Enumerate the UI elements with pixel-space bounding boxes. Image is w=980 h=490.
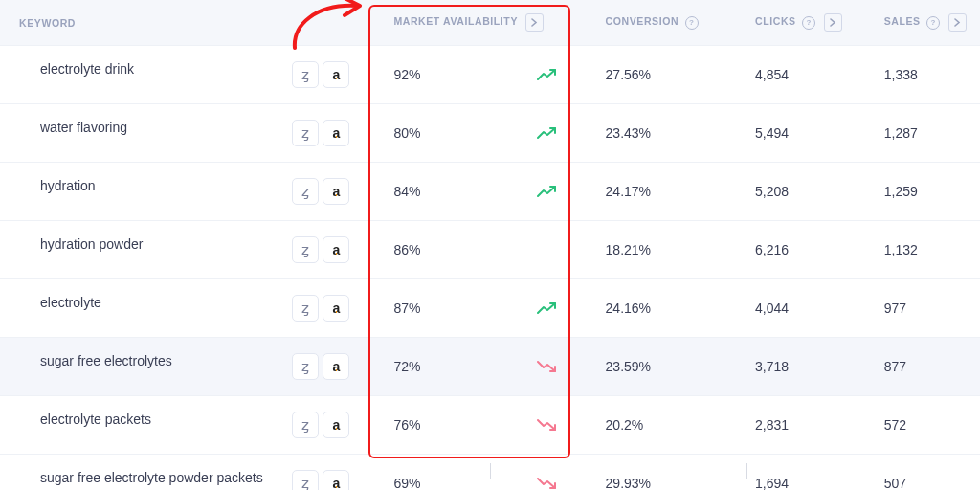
chevron-right-icon[interactable] (948, 13, 967, 32)
sales-value: 572 (884, 417, 906, 433)
conversion-value: 18.21% (606, 242, 651, 257)
keyword-metrics-table: KEYWORD MARKET AVAILABILITY CONVERSION ?… (0, 0, 980, 490)
market-availability-value: 76% (393, 417, 420, 433)
keyword-text: hydration powder (40, 236, 143, 252)
sales-value: 1,132 (884, 242, 918, 257)
col-market-availability[interactable]: MARKET AVAILABILITY (367, 0, 584, 46)
vendor-jr-icon[interactable]: ȥ (292, 412, 319, 438)
col-clicks-label: CLICKS (755, 15, 796, 27)
col-keyword[interactable]: KEYWORD (0, 0, 367, 46)
keyword-text: sugar free electrolytes (40, 353, 172, 368)
market-availability-value: 80% (393, 125, 420, 141)
table-row[interactable]: electrolyte drinkȥa92%27.56%4,8541,338 (0, 46, 980, 104)
footer-tick-marks (0, 463, 980, 484)
vendor-amazon-icon[interactable]: a (323, 412, 349, 438)
conversion-value: 24.17% (606, 184, 651, 199)
sales-value: 977 (884, 301, 906, 316)
col-conversion-label: CONVERSION (606, 15, 679, 27)
keyword-text: electrolyte drink (40, 61, 134, 77)
trend-down-icon (537, 418, 556, 432)
trend-down-icon (537, 360, 556, 373)
market-availability-value: 86% (393, 242, 420, 257)
table-header-row: KEYWORD MARKET AVAILABILITY CONVERSION ?… (0, 0, 980, 46)
col-keyword-label: KEYWORD (19, 17, 76, 29)
vendor-jr-icon[interactable]: ȥ (292, 353, 319, 380)
vendor-amazon-icon[interactable]: a (323, 120, 349, 146)
col-market-availability-label: MARKET AVAILABILITY (393, 15, 517, 27)
conversion-value: 27.56% (606, 67, 651, 82)
clicks-value: 6,216 (755, 242, 789, 257)
vendor-amazon-icon[interactable]: a (323, 178, 349, 205)
sales-value: 877 (884, 359, 906, 374)
clicks-value: 3,718 (755, 359, 789, 374)
keyword-text: water flavoring (40, 120, 127, 135)
trend-up-icon (537, 68, 556, 81)
col-clicks[interactable]: CLICKS ? (747, 0, 884, 46)
clicks-value: 5,494 (755, 125, 789, 141)
vendor-jr-icon[interactable]: ȥ (292, 236, 319, 263)
keyword-text: electrolyte (40, 295, 101, 310)
info-icon[interactable]: ? (926, 16, 940, 30)
conversion-value: 23.43% (606, 125, 651, 141)
vendor-jr-icon[interactable]: ȥ (292, 295, 319, 322)
conversion-value: 23.59% (606, 359, 651, 374)
sales-value: 1,338 (884, 67, 918, 82)
trend-none-icon (537, 243, 556, 256)
clicks-value: 5,208 (755, 184, 789, 199)
vendor-amazon-icon[interactable]: a (323, 61, 349, 88)
clicks-value: 2,831 (755, 417, 789, 433)
keyword-text: hydration (40, 178, 96, 193)
vendor-amazon-icon[interactable]: a (323, 295, 349, 322)
clicks-value: 4,044 (755, 301, 789, 316)
market-availability-value: 72% (393, 359, 420, 374)
table-row[interactable]: electrolyte packetsȥa76%20.2%2,831572 (0, 396, 980, 455)
vendor-jr-icon[interactable]: ȥ (292, 61, 319, 88)
col-sales[interactable]: SALES ? (884, 0, 980, 46)
table-row[interactable]: water flavoringȥa80%23.43%5,4941,287 (0, 104, 980, 163)
sales-value: 1,287 (884, 125, 918, 141)
vendor-jr-icon[interactable]: ȥ (292, 120, 319, 146)
col-conversion[interactable]: CONVERSION ? (585, 0, 747, 46)
chevron-right-icon[interactable] (824, 13, 842, 32)
table-row[interactable]: hydrationȥa84%24.17%5,2081,259 (0, 163, 980, 221)
sales-value: 1,259 (884, 184, 918, 199)
market-availability-value: 87% (393, 301, 420, 316)
vendor-amazon-icon[interactable]: a (323, 236, 349, 263)
chevron-right-icon[interactable] (525, 13, 544, 32)
table-row[interactable]: sugar free electrolytesȥa72%23.59%3,7188… (0, 338, 980, 396)
conversion-value: 24.16% (606, 301, 651, 316)
trend-up-icon (537, 126, 556, 140)
info-icon[interactable]: ? (685, 16, 699, 30)
table-row[interactable]: hydration powderȥa86%18.21%6,2161,132 (0, 221, 980, 279)
col-sales-label: SALES (884, 15, 921, 27)
keyword-text: electrolyte packets (40, 412, 151, 427)
vendor-jr-icon[interactable]: ȥ (292, 178, 319, 205)
conversion-value: 20.2% (606, 417, 644, 433)
vendor-amazon-icon[interactable]: a (323, 353, 349, 380)
table-row[interactable]: electrolyteȥa87%24.16%4,044977 (0, 279, 980, 338)
clicks-value: 4,854 (755, 67, 789, 82)
market-availability-value: 92% (393, 67, 420, 82)
info-icon[interactable]: ? (802, 16, 815, 30)
market-availability-value: 84% (393, 184, 420, 199)
trend-up-icon (537, 185, 556, 198)
trend-up-icon (537, 301, 556, 315)
